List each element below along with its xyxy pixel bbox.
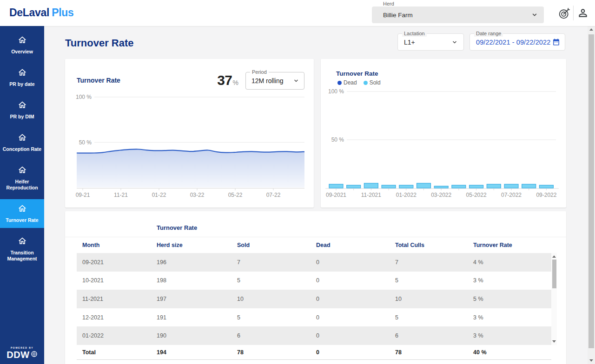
table-cell: 0 <box>316 277 395 284</box>
user-profile-icon[interactable] <box>576 6 590 20</box>
lactation-value: L1+ <box>404 39 450 46</box>
table-cell: 6 <box>237 332 316 339</box>
table-total-cell: 0 <box>316 349 395 356</box>
table-cell: 0 <box>316 259 395 266</box>
kpi-value: 37 <box>217 72 232 88</box>
table-cell: 5 <box>237 277 316 284</box>
table-column-header: Herd size <box>157 242 237 248</box>
sidebar-item-label: Transition Management <box>1 250 43 262</box>
home-icon <box>18 100 27 111</box>
table-rows: 09-20211967074 %10-20211985053 %11-20211… <box>77 253 551 345</box>
svg-text:09-2021: 09-2021 <box>326 192 346 198</box>
logo-plus: Plus <box>52 6 73 19</box>
top-header: DeLavalPlus Herd Billie Farm <box>0 0 595 26</box>
table-cell: 3 % <box>473 332 551 339</box>
table-scrollbar[interactable] <box>551 253 557 345</box>
home-icon <box>18 68 27 79</box>
table-cell: 10 <box>237 296 316 302</box>
table-cell: 10-2021 <box>82 277 157 284</box>
turnover-rate-table-card: Turnover Rate MonthHerd sizeSoldDeadTota… <box>65 211 566 364</box>
legend-item-dead[interactable]: Dead <box>337 79 357 86</box>
table-total-cell: 194 <box>157 349 237 356</box>
home-icon <box>18 236 27 247</box>
table-title: Turnover Rate <box>157 224 197 231</box>
sidebar-item-overview[interactable]: Overview <box>0 31 44 59</box>
ddw-text: DDW <box>7 350 29 360</box>
table-cell: 0 <box>316 314 395 321</box>
date-range-label: Date range <box>474 30 503 37</box>
table-cell: 3 % <box>473 277 551 284</box>
table-cell: 12-2021 <box>82 314 157 321</box>
sidebar-item-label: Turnover Rate <box>6 217 38 223</box>
table-total-row: Total1947807840 % <box>77 345 551 360</box>
table-cell: 5 % <box>473 296 551 302</box>
table-cell: 0 <box>316 296 395 302</box>
powered-by-text: POWERED BY <box>0 346 44 349</box>
period-select[interactable]: Period 12M rolling <box>245 72 304 90</box>
bar-card-title: Turnover Rate <box>336 70 378 77</box>
sidebar-item-pr-by-date[interactable]: PR by date <box>0 63 44 92</box>
table-cell: 198 <box>157 277 237 284</box>
table-cell: 5 <box>237 314 316 321</box>
sidebar-item-conception-rate[interactable]: Conception Rate <box>0 128 44 157</box>
scroll-down-icon[interactable] <box>552 340 556 343</box>
sidebar-item-heifer-reproduction[interactable]: Heifer Reproduction <box>0 161 44 195</box>
chevron-down-icon <box>292 77 300 85</box>
table-cell: 7 <box>237 259 316 266</box>
trend-card-title: Turnover Rate <box>77 77 120 84</box>
scroll-up-icon[interactable] <box>552 255 556 258</box>
svg-text:01-22: 01-22 <box>152 192 166 198</box>
sidebar-item-pr-by-dim[interactable]: PR by DIM <box>0 96 44 124</box>
table-scrollbar-thumb[interactable] <box>552 260 556 288</box>
chevron-down-icon <box>450 38 459 46</box>
sidebar-item-transition-management[interactable]: Transition Management <box>0 232 44 266</box>
table-cell: 5 <box>395 277 473 284</box>
kpi-unit: % <box>233 79 238 86</box>
svg-text:11-21: 11-21 <box>114 192 128 198</box>
herd-select-value: Billie Farm <box>383 12 530 19</box>
date-range-picker[interactable]: Date range 09/22/2021 - 09/22/2022 <box>469 33 565 51</box>
table-column-header: Dead <box>316 242 395 248</box>
scroll-down-icon[interactable] <box>589 359 593 362</box>
chart-legend: DeadSold <box>337 79 381 86</box>
goal-target-icon[interactable] <box>557 6 571 20</box>
lactation-select[interactable]: Lactation L1+ <box>397 33 464 51</box>
table-cell: 197 <box>157 296 237 302</box>
table-total-cell: Total <box>82 349 157 356</box>
sidebar-nav: OverviewPR by datePR by DIMConception Ra… <box>0 26 44 266</box>
table-cell: 7 <box>395 259 473 266</box>
sidebar-item-label: Heifer Reproduction <box>1 179 43 191</box>
legend-label: Sold <box>370 79 381 86</box>
table-cell: 0 <box>316 332 395 339</box>
svg-text:03-2022: 03-2022 <box>431 192 451 198</box>
scroll-up-icon[interactable] <box>589 28 593 31</box>
turnover-rate-monthly-card: 100 %50 %09-202111-202101-202203-202205-… <box>321 59 566 208</box>
legend-label: Dead <box>344 79 357 86</box>
page-scrollbar[interactable] <box>588 26 595 364</box>
period-label: Period <box>250 69 269 75</box>
app-root: DeLavalPlus Herd Billie Farm OverviewPR … <box>0 0 595 364</box>
date-range-value: 09/22/2021 - 09/22/2022 <box>476 39 552 46</box>
home-icon <box>18 35 27 46</box>
turnover-rate-kpi: 37 % <box>217 72 238 88</box>
table-row: 11-2021197100105 % <box>77 290 551 308</box>
legend-dot <box>337 81 342 85</box>
svg-text:09-21: 09-21 <box>76 192 90 198</box>
table-cell: 4 % <box>473 259 551 266</box>
legend-dot <box>364 81 368 85</box>
sidebar-item-turnover-rate[interactable]: Turnover Rate <box>0 199 44 228</box>
herd-select[interactable]: Billie Farm <box>372 6 544 23</box>
legend-item-sold[interactable]: Sold <box>364 79 381 86</box>
page-scrollbar-thumb[interactable] <box>588 34 594 348</box>
calendar-icon[interactable] <box>552 38 560 46</box>
globe-icon <box>31 351 38 359</box>
chevron-down-icon <box>530 10 539 20</box>
svg-text:50 %: 50 % <box>79 139 92 146</box>
lactation-label: Lactation <box>402 30 427 37</box>
table-row: 01-20221906063 % <box>77 326 551 345</box>
main-content: Turnover Rate Lactation L1+ Date range 0… <box>44 26 588 364</box>
turnover-rate-trend-card: 100 %50 %09-2111-2101-2203-2205-2207-22 … <box>65 59 314 208</box>
svg-text:05-2022: 05-2022 <box>466 192 487 198</box>
svg-text:03-22: 03-22 <box>190 192 205 198</box>
svg-text:01-2022: 01-2022 <box>396 192 416 198</box>
